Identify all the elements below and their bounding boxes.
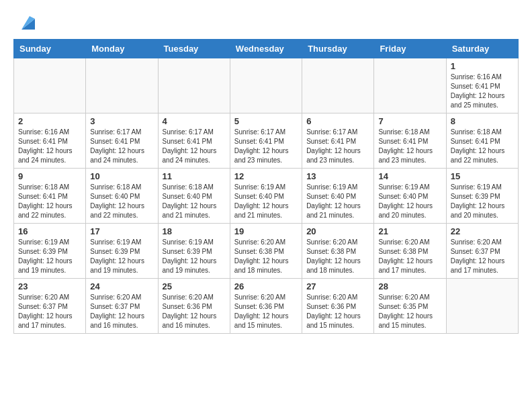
day-info: Sunrise: 6:20 AM Sunset: 6:36 PM Dayligh… [306,293,369,330]
day-number: 6 [306,116,369,126]
calendar-cell: 8Sunrise: 6:18 AM Sunset: 6:41 PM Daylig… [446,113,518,169]
week-row-2: 2Sunrise: 6:16 AM Sunset: 6:41 PM Daylig… [14,113,519,169]
calendar-cell: 17Sunrise: 6:19 AM Sunset: 6:39 PM Dayli… [86,224,158,279]
column-header-thursday: Thursday [302,40,374,58]
day-number: 20 [306,226,369,236]
day-number: 27 [306,281,369,291]
calendar-cell: 28Sunrise: 6:20 AM Sunset: 6:35 PM Dayli… [374,279,446,334]
day-info: Sunrise: 6:16 AM Sunset: 6:41 PM Dayligh… [18,128,81,165]
calendar-cell: 7Sunrise: 6:18 AM Sunset: 6:41 PM Daylig… [374,113,446,169]
calendar-cell: 24Sunrise: 6:20 AM Sunset: 6:37 PM Dayli… [86,279,158,334]
calendar-cell: 27Sunrise: 6:20 AM Sunset: 6:36 PM Dayli… [302,279,374,334]
day-info: Sunrise: 6:20 AM Sunset: 6:36 PM Dayligh… [234,293,298,330]
calendar-cell: 12Sunrise: 6:19 AM Sunset: 6:40 PM Dayli… [230,169,302,224]
day-info: Sunrise: 6:20 AM Sunset: 6:37 PM Dayligh… [18,293,81,330]
day-number: 15 [451,171,514,181]
calendar-cell: 21Sunrise: 6:20 AM Sunset: 6:38 PM Dayli… [374,224,446,279]
day-info: Sunrise: 6:20 AM Sunset: 6:38 PM Dayligh… [234,238,298,275]
column-header-sunday: Sunday [14,40,86,58]
calendar-cell: 15Sunrise: 6:19 AM Sunset: 6:39 PM Dayli… [446,169,518,224]
calendar-cell [374,58,446,113]
day-number: 19 [234,226,298,236]
day-number: 26 [234,281,298,291]
day-info: Sunrise: 6:19 AM Sunset: 6:39 PM Dayligh… [18,238,81,275]
day-number: 11 [163,171,226,181]
day-info: Sunrise: 6:18 AM Sunset: 6:41 PM Dayligh… [18,183,81,220]
day-number: 14 [378,171,441,181]
day-info: Sunrise: 6:18 AM Sunset: 6:40 PM Dayligh… [90,183,153,220]
day-number: 18 [163,226,226,236]
calendar-cell [302,58,374,113]
column-header-friday: Friday [374,40,446,58]
column-header-tuesday: Tuesday [158,40,230,58]
day-info: Sunrise: 6:19 AM Sunset: 6:40 PM Dayligh… [306,183,369,220]
calendar-cell: 23Sunrise: 6:20 AM Sunset: 6:37 PM Dayli… [14,279,86,334]
day-info: Sunrise: 6:19 AM Sunset: 6:39 PM Dayligh… [163,238,226,275]
day-number: 2 [18,116,81,126]
calendar-cell: 5Sunrise: 6:17 AM Sunset: 6:41 PM Daylig… [230,113,302,169]
week-row-5: 23Sunrise: 6:20 AM Sunset: 6:37 PM Dayli… [14,279,519,334]
day-info: Sunrise: 6:16 AM Sunset: 6:41 PM Dayligh… [451,73,514,110]
calendar-cell: 16Sunrise: 6:19 AM Sunset: 6:39 PM Dayli… [14,224,86,279]
calendar-cell: 10Sunrise: 6:18 AM Sunset: 6:40 PM Dayli… [86,169,158,224]
calendar-cell: 14Sunrise: 6:19 AM Sunset: 6:40 PM Dayli… [374,169,446,224]
calendar-cell: 13Sunrise: 6:19 AM Sunset: 6:40 PM Dayli… [302,169,374,224]
day-info: Sunrise: 6:17 AM Sunset: 6:41 PM Dayligh… [306,128,369,165]
day-number: 17 [90,226,153,236]
day-number: 13 [306,171,369,181]
week-row-3: 9Sunrise: 6:18 AM Sunset: 6:41 PM Daylig… [14,169,519,224]
day-info: Sunrise: 6:18 AM Sunset: 6:40 PM Dayligh… [163,183,226,220]
calendar-cell [14,58,86,113]
day-number: 25 [163,281,226,291]
calendar-table: SundayMondayTuesdayWednesdayThursdayFrid… [13,39,519,334]
calendar-cell [446,279,518,334]
day-info: Sunrise: 6:19 AM Sunset: 6:40 PM Dayligh… [378,183,441,220]
calendar-cell: 20Sunrise: 6:20 AM Sunset: 6:38 PM Dayli… [302,224,374,279]
calendar-cell: 6Sunrise: 6:17 AM Sunset: 6:41 PM Daylig… [302,113,374,169]
logo-icon [16,13,35,32]
calendar-cell: 25Sunrise: 6:20 AM Sunset: 6:36 PM Dayli… [158,279,230,334]
calendar-cell [158,58,230,113]
day-info: Sunrise: 6:18 AM Sunset: 6:41 PM Dayligh… [378,128,441,165]
day-number: 3 [90,116,153,126]
day-number: 10 [90,171,153,181]
day-info: Sunrise: 6:18 AM Sunset: 6:41 PM Dayligh… [451,128,514,165]
day-info: Sunrise: 6:20 AM Sunset: 6:37 PM Dayligh… [90,293,153,330]
day-number: 23 [18,281,81,291]
day-info: Sunrise: 6:20 AM Sunset: 6:38 PM Dayligh… [306,238,369,275]
calendar-cell: 1Sunrise: 6:16 AM Sunset: 6:41 PM Daylig… [446,58,518,113]
calendar-cell: 4Sunrise: 6:17 AM Sunset: 6:41 PM Daylig… [158,113,230,169]
week-row-1: 1Sunrise: 6:16 AM Sunset: 6:41 PM Daylig… [14,58,519,113]
day-number: 22 [451,226,514,236]
calendar-cell: 26Sunrise: 6:20 AM Sunset: 6:36 PM Dayli… [230,279,302,334]
day-number: 9 [18,171,81,181]
week-row-4: 16Sunrise: 6:19 AM Sunset: 6:39 PM Dayli… [14,224,519,279]
day-number: 12 [234,171,298,181]
logo [13,13,35,32]
calendar-cell: 19Sunrise: 6:20 AM Sunset: 6:38 PM Dayli… [230,224,302,279]
day-info: Sunrise: 6:19 AM Sunset: 6:39 PM Dayligh… [90,238,153,275]
day-info: Sunrise: 6:20 AM Sunset: 6:35 PM Dayligh… [378,293,441,330]
calendar-cell: 11Sunrise: 6:18 AM Sunset: 6:40 PM Dayli… [158,169,230,224]
day-number: 28 [378,281,441,291]
column-header-monday: Monday [86,40,158,58]
day-info: Sunrise: 6:17 AM Sunset: 6:41 PM Dayligh… [90,128,153,165]
day-number: 8 [451,116,514,126]
day-info: Sunrise: 6:17 AM Sunset: 6:41 PM Dayligh… [234,128,298,165]
day-number: 4 [163,116,226,126]
calendar-cell: 9Sunrise: 6:18 AM Sunset: 6:41 PM Daylig… [14,169,86,224]
calendar-cell: 3Sunrise: 6:17 AM Sunset: 6:41 PM Daylig… [86,113,158,169]
day-info: Sunrise: 6:19 AM Sunset: 6:39 PM Dayligh… [451,183,514,220]
calendar-cell [86,58,158,113]
day-info: Sunrise: 6:20 AM Sunset: 6:37 PM Dayligh… [451,238,514,275]
calendar-cell: 22Sunrise: 6:20 AM Sunset: 6:37 PM Dayli… [446,224,518,279]
day-number: 7 [378,116,441,126]
calendar-header-row: SundayMondayTuesdayWednesdayThursdayFrid… [14,40,519,58]
calendar-cell: 18Sunrise: 6:19 AM Sunset: 6:39 PM Dayli… [158,224,230,279]
day-number: 21 [378,226,441,236]
day-info: Sunrise: 6:17 AM Sunset: 6:41 PM Dayligh… [163,128,226,165]
day-info: Sunrise: 6:20 AM Sunset: 6:36 PM Dayligh… [163,293,226,330]
calendar-cell: 2Sunrise: 6:16 AM Sunset: 6:41 PM Daylig… [14,113,86,169]
day-number: 16 [18,226,81,236]
day-info: Sunrise: 6:20 AM Sunset: 6:38 PM Dayligh… [378,238,441,275]
